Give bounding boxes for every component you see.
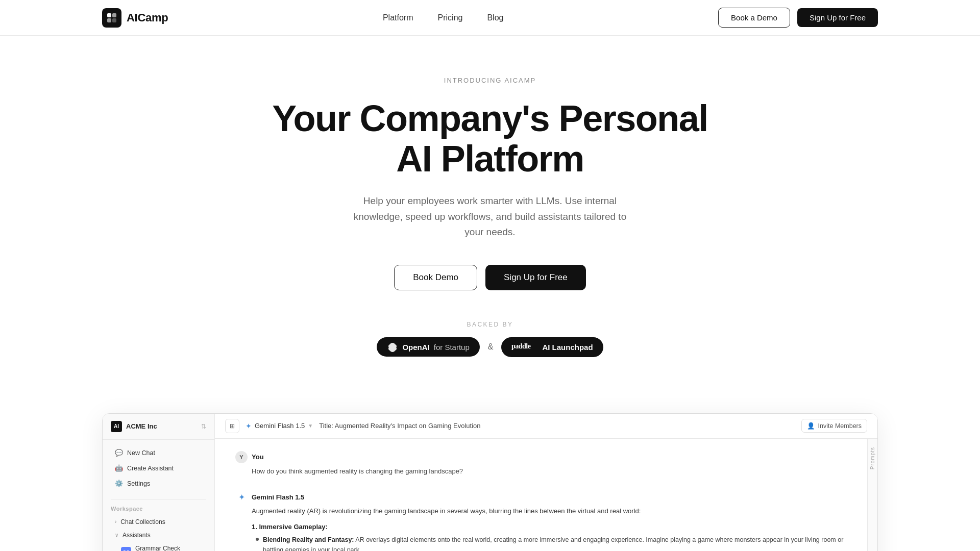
ai-sender: ✦ Gemini Flash 1.5 [235, 491, 847, 503]
sidebar-create-assistant[interactable]: 🤖 Create Assistant [111, 461, 206, 475]
nav-book-demo-button[interactable]: Book a Demo [718, 8, 790, 28]
brand-name: AICamp [127, 11, 168, 24]
paddle-badge: paddle AI Launchpad [501, 337, 603, 357]
model-chevron-icon: ▼ [308, 423, 313, 429]
preview-inner: AI ACME Inc ⇅ 💬 New Chat 🤖 Create Assist… [103, 414, 877, 551]
invite-icon: 👤 [807, 422, 815, 430]
hero-section: INTRODUCING AICAMP Your Company's Person… [0, 36, 980, 413]
ai-response: Augmented reality (AR) is revolutionizin… [235, 506, 847, 551]
ai-intro: Augmented reality (AR) is revolutionizin… [252, 506, 847, 517]
invite-members-button[interactable]: 👤 Invite Members [801, 419, 867, 433]
openai-icon [387, 341, 398, 353]
chat-title: Title: Augmented Reality's Impact on Gam… [319, 422, 480, 430]
navbar: AICamp Platform Pricing Blog Book a Demo… [0, 0, 980, 36]
app-preview: AI ACME Inc ⇅ 💬 New Chat 🤖 Create Assist… [102, 413, 878, 551]
user-message-text: How do you think augmented reality is ch… [235, 466, 847, 477]
assistants-label: Assistants [122, 532, 151, 539]
chat-icon: 💬 [115, 449, 123, 457]
svg-text:paddle: paddle [511, 342, 531, 350]
brand-logo[interactable]: AICamp [102, 8, 168, 28]
settings-icon: ⚙️ [115, 480, 123, 488]
paddle-logo: paddle [511, 341, 538, 353]
svg-rect-0 [107, 13, 111, 17]
settings-label: Settings [127, 480, 150, 487]
prompts-label: Prompts [870, 447, 875, 469]
ai-name: Gemini Flash 1.5 [252, 493, 304, 501]
hero-title: Your Company's Personal AI Platform [260, 98, 720, 179]
user-message: Y You How do you think augmented reality… [235, 451, 847, 477]
openai-badge: OpenAI for Startup [377, 337, 479, 357]
expand-icon[interactable]: ⇅ [201, 423, 206, 430]
app-topbar: ⊞ ✦ Gemini Flash 1.5 ▼ Title: Augmented … [215, 414, 877, 439]
sidebar-header: AI ACME Inc ⇅ [103, 414, 214, 440]
hero-book-demo-button[interactable]: Book Demo [394, 265, 477, 290]
gemini-icon: ✦ [246, 422, 252, 430]
ai-message: ✦ Gemini Flash 1.5 Augmented reality (AR… [235, 491, 847, 551]
openai-label: OpenAI [402, 343, 429, 352]
chat-collections-label: Chat Collections [120, 518, 165, 525]
backed-amp: & [488, 342, 494, 352]
nav-links: Platform Pricing Blog [383, 13, 504, 22]
model-name: Gemini Flash 1.5 [255, 422, 305, 430]
ai-icon: ✦ [235, 491, 248, 503]
ai-section-title: 1. Immersive Gameplay: [252, 523, 847, 531]
workspace-grammar-assistant[interactable]: GC Grammar Check Assistant [111, 542, 206, 551]
svg-rect-3 [112, 18, 116, 22]
chevron-down-icon: ∨ [115, 532, 118, 538]
workspace-assistants[interactable]: ∨ Assistants [111, 529, 206, 541]
svg-rect-1 [112, 13, 116, 17]
app-sidebar: AI ACME Inc ⇅ 💬 New Chat 🤖 Create Assist… [103, 414, 215, 551]
sidebar-new-chat[interactable]: 💬 New Chat [111, 446, 206, 460]
invite-label: Invite Members [818, 422, 862, 430]
create-assistant-label: Create Assistant [127, 465, 174, 472]
app-main: ⊞ ✦ Gemini Flash 1.5 ▼ Title: Augmented … [215, 414, 877, 551]
topbar-left: ⊞ ✦ Gemini Flash 1.5 ▼ Title: Augmented … [225, 419, 481, 433]
bullet-text-1: Blending Reality and Fantasy: AR overlay… [263, 535, 847, 551]
panel-toggle-button[interactable]: ⊞ [225, 419, 239, 433]
workspace-items: › Chat Collections ∨ Assistants GC Gramm… [103, 514, 214, 551]
nav-platform[interactable]: Platform [383, 13, 413, 22]
chevron-right-icon: › [115, 519, 116, 524]
user-avatar: Y [235, 451, 248, 463]
logo-icon [102, 8, 121, 28]
sidebar-actions: 💬 New Chat 🤖 Create Assistant ⚙️ Setting… [103, 440, 214, 495]
company-badge: AI [111, 421, 122, 432]
backed-label: BACKED BY [467, 321, 513, 328]
sidebar-divider [111, 499, 206, 499]
hero-eyebrow: INTRODUCING AICAMP [444, 77, 536, 84]
chat-with-prompts: Y You How do you think augmented reality… [215, 439, 877, 551]
nav-actions: Book a Demo Sign Up for Free [718, 8, 878, 28]
hero-signup-button[interactable]: Sign Up for Free [485, 265, 586, 290]
ai-bullets: Blending Reality and Fantasy: AR overlay… [252, 535, 847, 551]
model-selector[interactable]: ✦ Gemini Flash 1.5 ▼ [246, 422, 313, 430]
chat-area: Y You How do you think augmented reality… [215, 439, 867, 551]
bullet-dot-1 [256, 538, 259, 541]
backed-section: BACKED BY OpenAI for Startup & paddle [377, 321, 603, 357]
sidebar-settings[interactable]: ⚙️ Settings [111, 477, 206, 491]
openai-suffix: for Startup [434, 343, 470, 352]
user-name: You [252, 453, 264, 461]
nav-blog[interactable]: Blog [487, 13, 503, 22]
nav-signup-button[interactable]: Sign Up for Free [797, 8, 878, 27]
backed-badges: OpenAI for Startup & paddle AI Launchpad [377, 337, 603, 357]
company-name: ACME Inc [126, 422, 157, 430]
nav-pricing[interactable]: Pricing [438, 13, 463, 22]
bot-icon: 🤖 [115, 464, 123, 472]
new-chat-label: New Chat [127, 449, 155, 457]
sidebar-company: AI ACME Inc [111, 421, 157, 432]
svg-rect-2 [107, 18, 111, 22]
hero-buttons: Book Demo Sign Up for Free [394, 265, 586, 290]
user-sender: Y You [235, 451, 847, 463]
hero-subtitle: Help your employees work smarter with LL… [352, 193, 628, 240]
paddle-suffix: AI Launchpad [542, 343, 593, 352]
workspace-label: Workspace [103, 504, 214, 514]
bullet-bold-1: Blending Reality and Fantasy: [263, 536, 354, 543]
workspace-chat-collections[interactable]: › Chat Collections [111, 516, 206, 528]
topbar-right: 👤 Invite Members [801, 419, 867, 433]
grammar-label: Grammar Check Assistant [135, 545, 202, 551]
prompts-sidebar: Prompts [867, 439, 877, 551]
bullet-item-1: Blending Reality and Fantasy: AR overlay… [256, 535, 847, 551]
grammar-badge: GC [121, 547, 131, 551]
